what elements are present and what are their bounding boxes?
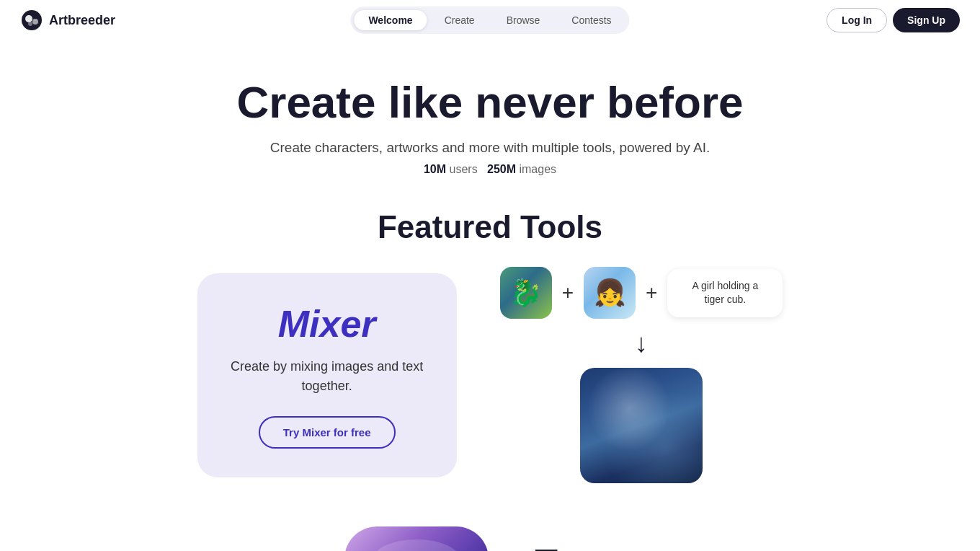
featured-title: Featured Tools (0, 209, 980, 245)
navbar: Artbreeder Welcome Create Browse Contest… (0, 0, 980, 40)
users-count: 10M (424, 163, 446, 175)
nav-tab-create[interactable]: Create (430, 10, 489, 30)
artbreeder-logo-icon (20, 9, 43, 32)
nav-tab-welcome[interactable]: Welcome (354, 10, 427, 30)
logo[interactable]: Artbreeder (20, 9, 115, 32)
tuner-preview-section: Tuner (0, 512, 980, 551)
signup-button[interactable]: Sign Up (893, 8, 960, 32)
nav-tab-browse[interactable]: Browse (492, 10, 555, 30)
featured-section: Featured Tools Mixer Create by mixing im… (0, 202, 980, 551)
logo-text: Artbreeder (49, 13, 115, 28)
arrow-down-icon: ↓ (635, 330, 648, 356)
svg-point-2 (32, 19, 38, 25)
plus-icon-1: + (562, 281, 574, 304)
plus-icon-2: + (646, 281, 657, 304)
nav-tabs: Welcome Create Browse Contests (350, 6, 629, 34)
mixer-input-image-1 (500, 267, 552, 319)
images-count: 250M (487, 163, 516, 175)
mixer-result-image (580, 368, 703, 483)
mixer-section: Mixer Create by mixing images and text t… (0, 267, 980, 512)
svg-point-1 (25, 15, 32, 22)
hero-subtitle: Create characters, artworks and more wit… (14, 140, 966, 156)
mixer-title: Mixer (223, 302, 431, 345)
hero-section: Create like never before Create characte… (0, 40, 980, 202)
tuner-preview-image (344, 526, 489, 551)
images-label: images (519, 163, 556, 175)
tuner-title: Tuner (532, 541, 636, 551)
mixer-description: Create by mixing images and text togethe… (223, 357, 431, 396)
users-label: users (450, 163, 478, 175)
tuner-image-area (344, 526, 489, 551)
try-mixer-button[interactable]: Try Mixer for free (259, 416, 396, 449)
mixer-text-prompt: A girl holding a tiger cub. (667, 269, 783, 317)
login-button[interactable]: Log In (827, 8, 887, 32)
hero-title: Create like never before (14, 78, 966, 127)
mixer-input-image-2 (584, 267, 636, 319)
mixer-demo: + + A girl holding a tiger cub. ↓ (500, 267, 783, 483)
tuner-text-area: Tuner (532, 526, 636, 551)
mixer-inputs-row: + + A girl holding a tiger cub. (500, 267, 783, 319)
mixer-card: Mixer Create by mixing images and text t… (197, 273, 457, 477)
nav-tab-contests[interactable]: Contests (557, 10, 625, 30)
svg-point-3 (28, 22, 32, 26)
mixer-result-inner (580, 368, 703, 483)
nav-auth-area: Log In Sign Up (827, 8, 960, 32)
hero-stats: 10M users 250M images (14, 163, 966, 176)
